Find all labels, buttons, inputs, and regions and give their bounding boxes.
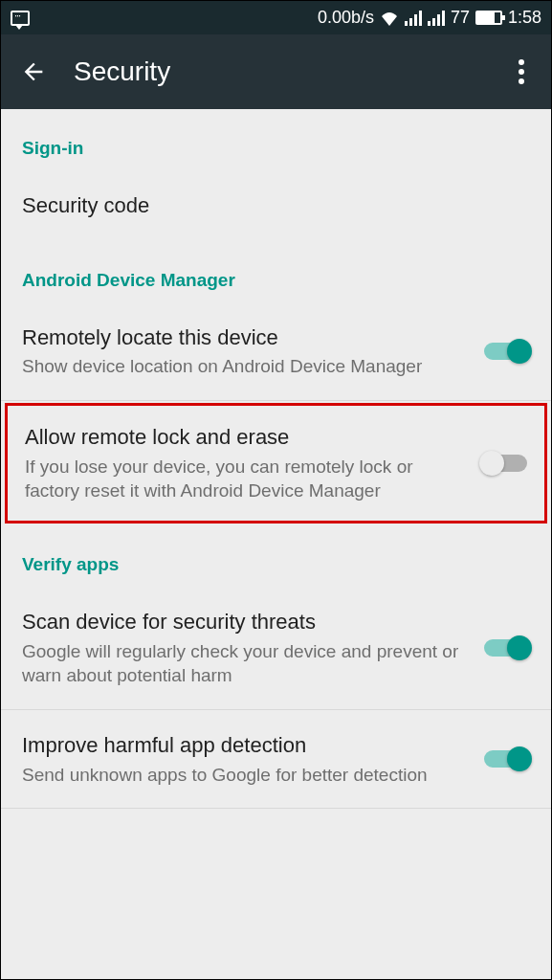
item-title: Security code bbox=[22, 191, 530, 220]
item-subtitle: Show device location on Android Device M… bbox=[22, 354, 469, 379]
battery-icon bbox=[475, 11, 502, 25]
status-bar: 0.00b/s 77 1:58 bbox=[1, 1, 551, 34]
data-rate: 0.00b/s bbox=[318, 8, 374, 28]
clock: 1:58 bbox=[508, 8, 541, 28]
toggle-improve-detection[interactable] bbox=[484, 750, 530, 768]
toggle-remote-lock-erase[interactable] bbox=[481, 455, 527, 472]
notification-icon bbox=[11, 11, 30, 26]
app-bar: Security bbox=[1, 34, 551, 109]
overflow-menu-button[interactable] bbox=[511, 52, 532, 92]
signal-icon-2 bbox=[428, 11, 445, 26]
toggle-scan-threats[interactable] bbox=[484, 639, 530, 657]
item-remotely-locate[interactable]: Remotely locate this device Show device … bbox=[1, 302, 551, 401]
item-subtitle: If you lose your device, you can remotel… bbox=[25, 455, 466, 503]
item-title: Scan device for security threats bbox=[22, 608, 469, 636]
settings-list: Sign-in Security code Android Device Man… bbox=[1, 109, 551, 809]
item-scan-threats[interactable]: Scan device for security threats Google … bbox=[1, 587, 551, 710]
signal-icon-1 bbox=[405, 11, 422, 26]
section-adm: Android Device Manager bbox=[1, 241, 551, 302]
item-title: Improve harmful app detection bbox=[22, 731, 469, 760]
item-improve-detection[interactable]: Improve harmful app detection Send unkno… bbox=[1, 710, 551, 809]
item-title: Remotely locate this device bbox=[22, 323, 469, 352]
item-subtitle: Send unknown apps to Google for better d… bbox=[22, 763, 469, 788]
back-button[interactable] bbox=[20, 58, 47, 85]
page-title: Security bbox=[74, 56, 511, 87]
wifi-icon bbox=[380, 11, 399, 26]
battery-level: 77 bbox=[451, 8, 470, 28]
item-remote-lock-erase[interactable]: Allow remote lock and erase If you lose … bbox=[8, 406, 544, 521]
section-verify-apps: Verify apps bbox=[1, 525, 551, 587]
toggle-remotely-locate[interactable] bbox=[484, 343, 530, 360]
highlighted-item: Allow remote lock and erase If you lose … bbox=[5, 403, 547, 523]
section-signin: Sign-in bbox=[1, 109, 551, 170]
item-subtitle: Google will regularly check your device … bbox=[22, 639, 469, 688]
item-title: Allow remote lock and erase bbox=[25, 423, 466, 452]
item-security-code[interactable]: Security code bbox=[1, 170, 551, 241]
